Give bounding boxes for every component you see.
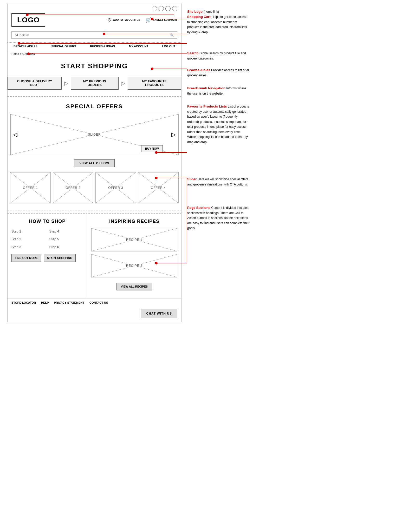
- nav-log-out[interactable]: LOG OUT: [160, 45, 177, 48]
- nav-browse-aisles[interactable]: BROWSE AISLES: [11, 45, 40, 48]
- circle-icon-1: [152, 6, 157, 11]
- slider-line: [158, 152, 187, 153]
- breadcrumb-dot: [27, 52, 30, 55]
- fav-products-annotation: Favourite Products Lists List of product…: [187, 104, 250, 144]
- view-all-recipes-button[interactable]: VIEW ALL RECIPES: [116, 283, 152, 290]
- search-container: SEARCH 🔍: [8, 31, 181, 42]
- search-line: [105, 34, 187, 34]
- search-annotation: Search Global search by product title an…: [187, 51, 250, 61]
- inspiring-recipes-heading: INSPIRING RECIPES: [91, 219, 177, 224]
- inspiring-recipes-section: INSPIRING RECIPES RECIPE 1 RECIPE 2 VIEW…: [87, 214, 181, 298]
- view-all-recipes-wrap: VIEW ALL RECIPES: [91, 280, 177, 293]
- footer-privacy-statement[interactable]: PRIVACY STATEMENT: [54, 301, 84, 304]
- top-icons-row: [8, 4, 181, 11]
- breadcrumb-annotation: Breadcrumb Navigation Informs where the …: [187, 86, 250, 96]
- offer-4: OFFER 4: [138, 172, 179, 203]
- footer-nav: STORE LOCATOR HELP PRIVACY STATEMENT CON…: [8, 298, 181, 307]
- site-logo-dot: [26, 14, 29, 16]
- offer-3: OFFER 3: [95, 172, 136, 203]
- choose-delivery-slot-button[interactable]: CHOOSE A DELIVERY SLOT: [8, 77, 62, 90]
- step-4: Step 4: [49, 229, 83, 233]
- arrow-right-icon-1: ▷: [64, 80, 68, 86]
- step-2: Step 2: [11, 237, 45, 241]
- page-sections-dot-2: [155, 262, 158, 264]
- nav-recipes-ideas[interactable]: RECIPES & IDEAS: [88, 45, 117, 48]
- buy-now-wrap: BUY NOW: [141, 145, 163, 152]
- view-all-offers-button[interactable]: VIEW ALL OFFERS: [74, 159, 115, 167]
- arrow-right-icon-2: ▷: [121, 80, 125, 86]
- circle-icon-4: [172, 6, 177, 11]
- recipe-2: RECIPE 2: [91, 254, 177, 277]
- slider-annotation: Slider Here we will show nice special of…: [187, 177, 250, 187]
- cta-buttons-row: CHOOSE A DELIVERY SLOT ▷ MY PREVIOUS ORD…: [8, 73, 181, 94]
- slider-container: SLIDER ◁ ▷ BUY NOW: [10, 114, 179, 155]
- divider-2: [8, 210, 181, 210]
- search-label: SEARCH: [15, 33, 29, 37]
- browse-line: [20, 43, 187, 44]
- circle-icon-3: [165, 6, 171, 11]
- step-1: Step 1: [11, 229, 45, 233]
- fav-line: [153, 69, 187, 69]
- chat-with-us-button[interactable]: CHAT WITH US: [141, 309, 177, 318]
- nav-my-account[interactable]: MY ACCOUNT: [127, 45, 150, 48]
- fav-dot: [151, 68, 153, 70]
- shopping-cart-annotation: Shopping Cart Helps to get direct access…: [187, 14, 250, 35]
- nav-special-offers[interactable]: SPECIAL OFFERS: [49, 45, 78, 48]
- footer-help[interactable]: HELP: [41, 301, 49, 304]
- slider-label: SLIDER: [86, 132, 102, 137]
- search-bar[interactable]: SEARCH 🔍: [11, 31, 177, 39]
- my-previous-orders-button[interactable]: MY PREVIOUS ORDERS: [71, 77, 118, 90]
- step-6: Step 6: [49, 245, 83, 249]
- find-out-more-button[interactable]: FIND OUT MORE: [11, 254, 41, 262]
- browse-aisles-annotation: Browse Aisles Provides access to list of…: [187, 68, 250, 78]
- bottom-sections: HOW TO SHOP Step 1 Step 4 Step 2 Step 5 …: [8, 213, 181, 298]
- basket-line: [153, 19, 187, 19]
- special-offers-heading: SPECIAL OFFERS: [8, 99, 181, 114]
- offer-2: OFFER 2: [53, 172, 93, 203]
- step-5: Step 5: [49, 237, 83, 241]
- step-3: Step 3: [11, 245, 45, 249]
- slider-left-arrow[interactable]: ◁: [13, 131, 17, 138]
- footer-store-locator[interactable]: STORE LOCATOR: [11, 301, 36, 304]
- start-shopping-button[interactable]: START SHOPPING: [44, 254, 76, 262]
- how-to-shop-section: HOW TO SHOP Step 1 Step 4 Step 2 Step 5 …: [8, 214, 87, 298]
- header: LOGO ♡ ADD TO FAVOURITES 🛒 BASKET SUMMAR…: [8, 11, 181, 29]
- my-favourite-products-button[interactable]: MY FAVOURITE PRODUCTS: [128, 77, 181, 90]
- breadcrumb-line: [30, 54, 187, 54]
- site-logo-annotation: Site Logo (home link): [187, 9, 219, 14]
- how-to-shop-heading: HOW TO SHOP: [11, 219, 83, 224]
- chat-wrap: CHAT WITH US: [8, 307, 181, 322]
- offer-1: OFFER 1: [10, 172, 51, 203]
- header-actions: ♡ ADD TO FAVOURITES 🛒 BASKET SUMMARY: [107, 17, 177, 23]
- steps-grid: Step 1 Step 4 Step 2 Step 5 Step 3 Step …: [11, 229, 83, 249]
- browse-dot: [18, 42, 20, 45]
- page-sections-line-2: [158, 263, 187, 263]
- view-all-offers-wrap: VIEW ALL OFFERS: [8, 155, 181, 170]
- basket-summary-button[interactable]: 🛒 BASKET SUMMARY: [145, 17, 177, 23]
- shop-btn-row: FIND OUT MORE START SHOPPING: [11, 254, 83, 262]
- heart-icon: ♡: [107, 17, 112, 23]
- recipe-1: RECIPE 1: [91, 228, 177, 251]
- basket-dot: [151, 18, 153, 20]
- page-sections-vertical-line: [187, 178, 187, 263]
- slider-right-arrow[interactable]: ▷: [171, 131, 176, 138]
- add-to-favourites-button[interactable]: ♡ ADD TO FAVOURITES: [107, 17, 140, 23]
- buy-now-button[interactable]: BUY NOW: [141, 145, 163, 152]
- slider-dot: [155, 151, 158, 154]
- circle-icon-2: [159, 6, 164, 11]
- footer-contact-us[interactable]: CONTACT US: [89, 301, 108, 304]
- page-sections-line: [158, 178, 187, 178]
- page-sections-dot: [155, 177, 158, 179]
- search-dot: [103, 33, 105, 35]
- add-to-favourites-label: ADD TO FAVOURITES: [113, 18, 140, 22]
- hero-section: START SHOPPING: [8, 57, 181, 73]
- divider-1: [8, 96, 181, 97]
- page-sections-annotation: Page Sections Content is divided into cl…: [187, 205, 250, 231]
- logo-line: [29, 15, 174, 15]
- cart-icon: 🛒: [145, 17, 151, 23]
- offers-grid: OFFER 1 OFFER 2 OFFER 3 OFFER 4: [8, 170, 181, 206]
